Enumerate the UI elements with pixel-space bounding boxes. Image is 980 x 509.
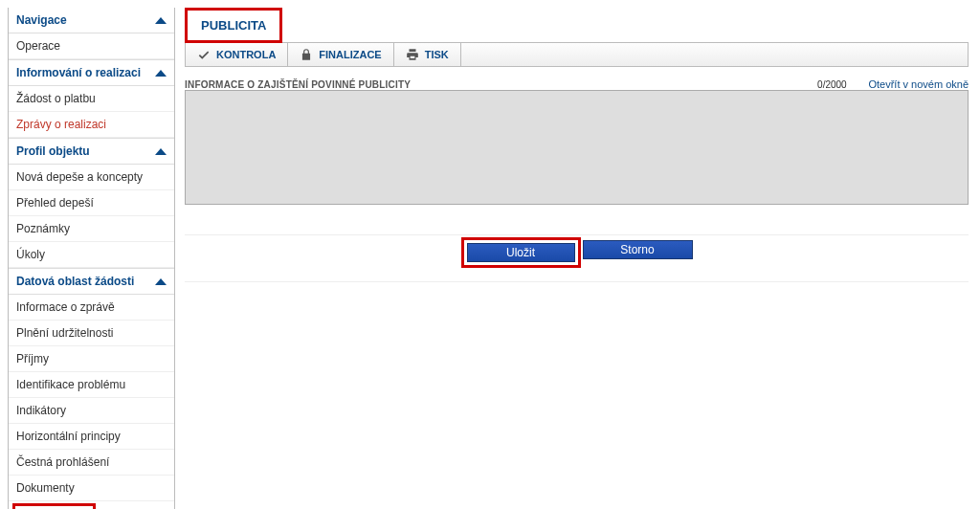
toolbar-label: FINALIZACE [319,49,381,60]
open-new-window-link[interactable]: Otevřít v novém okně [868,78,969,90]
sidebar-item-plneni-udrzitelnosti[interactable]: Plnění udržitelnosti [9,321,174,346]
sidebar-item-indikatory[interactable]: Indikátory [9,398,174,424]
info-right: 0/2000 Otevřít v novém okně [817,78,969,90]
sidebar-item-horizontalni-principy[interactable]: Horizontální principy [9,424,174,450]
sidebar-item-cestna-prohlaseni[interactable]: Čestná prohlášení [9,450,174,476]
main-content: PUBLICITA KONTROLA FINALIZACE TISK INFOR… [175,0,980,509]
toolbar-kontrola[interactable]: KONTROLA [186,43,288,66]
toolbar-finalizace[interactable]: FINALIZACE [288,43,393,66]
chevron-up-icon [155,278,167,285]
section-label: Navigace [16,13,67,27]
sidebar-item-ukoly[interactable]: Úkoly [9,242,174,268]
page-title: PUBLICITA [188,11,279,40]
cancel-button[interactable]: Storno [583,240,693,259]
sidebar-section-navigace[interactable]: Navigace [9,8,174,33]
sidebar-section-profil[interactable]: Profil objektu [9,138,174,165]
sidebar-item-poznamky[interactable]: Poznámky [9,216,174,242]
chevron-up-icon [155,148,167,155]
save-button[interactable]: Uložit [467,243,575,262]
toolbar-label: TISK [425,49,449,60]
toolbar: KONTROLA FINALIZACE TISK [185,42,969,67]
sidebar-item-publicita-wrap: Publicita [9,501,174,509]
sidebar-item-identifikace-problemu[interactable]: Identifikace problému [9,372,174,398]
sidebar-item-prijmy[interactable]: Příjmy [9,346,174,372]
toolbar-label: KONTROLA [216,49,276,60]
sidebar: Navigace Operace Informování o realizaci… [8,8,175,509]
char-counter: 0/2000 [817,79,847,90]
sidebar-item-zpravy-o-realizaci[interactable]: Zprávy o realizaci [9,112,174,138]
chevron-up-icon [155,70,167,77]
check-icon [197,48,211,61]
sidebar-section-informovani[interactable]: Informování o realizaci [9,59,174,86]
section-label: Informování o realizaci [16,66,141,79]
sidebar-item-dokumenty[interactable]: Dokumenty [9,476,174,501]
sidebar-item-zadost-o-platbu[interactable]: Žádost o platbu [9,86,174,112]
sidebar-item-nova-depese[interactable]: Nová depeše a koncepty [9,165,174,190]
highlight-box: PUBLICITA [185,8,282,43]
section-label: Profil objektu [16,144,90,158]
divider [185,281,969,282]
sidebar-item-operace[interactable]: Operace [9,33,174,59]
sidebar-item-prehled-depesi[interactable]: Přehled depeší [9,190,174,216]
sidebar-section-datova[interactable]: Datová oblast žádosti [9,268,174,295]
sidebar-item-informace-o-zprave[interactable]: Informace o zprávě [9,295,174,321]
highlight-box: Publicita [12,503,96,509]
section-label: Datová oblast žádosti [16,275,134,288]
highlight-box: Uložit [461,237,581,268]
toolbar-tisk[interactable]: TISK [394,43,461,66]
publicity-info-textarea[interactable] [185,90,969,205]
lock-icon [300,48,313,61]
textarea-label: INFORMACE O ZAJIŠTĚNÍ POVINNÉ PUBLICITY [185,79,411,90]
print-icon [406,48,419,61]
chevron-up-icon [155,17,167,24]
